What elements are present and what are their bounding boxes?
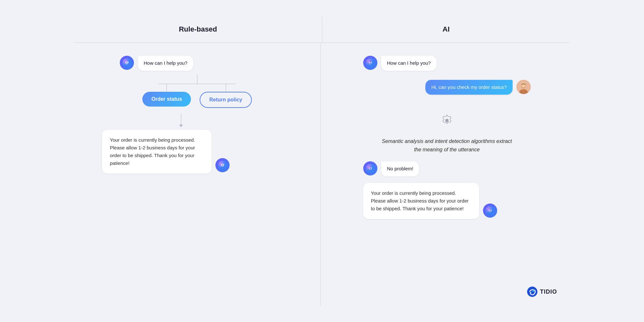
svg-point-16 — [369, 167, 370, 169]
svg-point-6 — [221, 164, 222, 166]
branch-v-right — [226, 84, 226, 92]
rule-based-header: Rule-based — [74, 16, 322, 43]
rule-based-panel: How can I help you? Order status — [74, 43, 321, 306]
tidio-branding: TIDIO — [527, 287, 557, 297]
right-bot-avatar-3 — [483, 204, 497, 218]
header-row: Rule-based AI — [74, 16, 570, 43]
left-bot-avatar-2 — [215, 158, 230, 172]
right-bot-avatar-1 — [363, 56, 377, 70]
flow-container: Order status Return policy Your order is… — [107, 75, 287, 174]
svg-point-22 — [533, 290, 535, 292]
right-no-problem-bubble: No problem! — [381, 161, 419, 176]
tidio-text-label: TIDIO — [540, 289, 557, 295]
return-policy-button[interactable]: Return policy — [200, 92, 252, 108]
semantic-section: Semantic analysis and intent detection a… — [363, 106, 531, 154]
main-container: Rule-based AI — [74, 16, 570, 306]
connector-v1 — [197, 75, 197, 84]
svg-point-20 — [490, 210, 492, 211]
gear-icon-circle — [435, 109, 459, 132]
svg-point-17 — [371, 167, 372, 169]
right-greeting-bubble: How can I help you? — [381, 56, 437, 71]
svg-point-3 — [127, 62, 128, 63]
svg-point-10 — [371, 62, 372, 63]
right-no-problem-row: No problem! — [363, 161, 531, 176]
left-bot-avatar — [120, 56, 134, 70]
left-bot-greeting-row: How can I help you? — [120, 56, 274, 71]
svg-point-7 — [223, 164, 224, 166]
arrow-down — [179, 113, 183, 127]
semantic-analysis-text: Semantic analysis and intent detection a… — [379, 137, 515, 154]
svg-point-8 — [366, 58, 375, 67]
left-response-row: Your order is currently being processed.… — [102, 130, 282, 174]
order-status-button[interactable]: Order status — [142, 92, 191, 107]
right-response-bubble: Your order is currently being processed.… — [363, 183, 479, 219]
ai-panel: How can I help you? Hi, can you check my… — [321, 43, 570, 306]
left-response-bubble: Your order is currently being processed.… — [102, 130, 212, 174]
right-branch: Return policy — [200, 84, 252, 108]
ai-header: AI — [322, 16, 570, 43]
fork-branches: Order status Return policy — [142, 84, 252, 108]
branch-v-left — [166, 84, 167, 92]
tidio-logo-icon — [527, 287, 537, 297]
left-branch: Order status — [142, 84, 191, 108]
right-user-avatar — [516, 80, 531, 94]
right-bot-avatar-2 — [363, 161, 377, 175]
svg-point-18 — [486, 206, 495, 215]
right-response-row: Your order is currently being processed.… — [363, 183, 531, 219]
right-bot-greeting-row: How can I help you? — [363, 56, 531, 71]
left-greeting-bubble: How can I help you? — [138, 56, 193, 71]
content-row: How can I help you? Order status — [74, 43, 570, 306]
svg-point-15 — [366, 164, 375, 173]
right-user-message-row: Hi, can you check my order status? — [363, 80, 531, 95]
fork-h-line — [158, 84, 236, 84]
svg-point-19 — [488, 210, 490, 211]
svg-point-21 — [527, 287, 537, 297]
svg-point-9 — [369, 62, 370, 63]
svg-point-2 — [125, 62, 127, 63]
right-user-bubble: Hi, can you check my order status? — [425, 80, 512, 95]
